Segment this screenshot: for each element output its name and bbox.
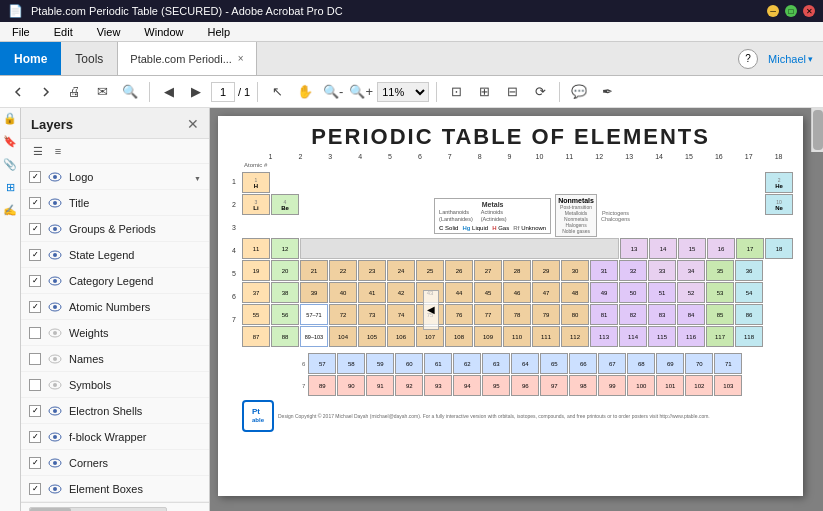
- layer-checkbox-6[interactable]: [29, 327, 41, 339]
- layer-item-atomic-numbers[interactable]: ✓Atomic Numbers: [21, 294, 209, 320]
- layer-checkbox-12[interactable]: ✓: [29, 483, 41, 495]
- layers-icon[interactable]: ⊞: [6, 181, 15, 194]
- zoom-select[interactable]: 11%: [377, 82, 429, 102]
- layer-checkbox-8[interactable]: [29, 379, 41, 391]
- tab-tools[interactable]: Tools: [61, 42, 118, 75]
- email-button[interactable]: ✉: [90, 80, 114, 104]
- layer-item-state-legend[interactable]: ✓State Legend: [21, 242, 209, 268]
- layer-checkbox-0[interactable]: ✓: [29, 171, 41, 183]
- el-28: 28: [503, 260, 531, 281]
- fit-page-button[interactable]: ⊡: [444, 80, 468, 104]
- vertical-scrollbar[interactable]: [811, 108, 823, 152]
- help-button[interactable]: ?: [738, 49, 758, 69]
- layer-name-text-2: Groups & Periods: [69, 223, 201, 235]
- state-solid: C Solid: [439, 225, 458, 231]
- layer-checkbox-10[interactable]: ✓: [29, 431, 41, 443]
- group-num-11: 11: [555, 153, 584, 160]
- layer-visibility-icon-6[interactable]: [47, 327, 63, 339]
- layer-visibility-icon-0[interactable]: [47, 171, 63, 183]
- layer-visibility-icon-7[interactable]: [47, 353, 63, 365]
- page-number-input[interactable]: 1: [211, 82, 235, 102]
- el-46: 46: [503, 282, 531, 303]
- el-50: 50: [619, 282, 647, 303]
- bottom-bar: Ptable Design Copyright © 2017 Michael D…: [242, 400, 793, 432]
- layer-checkbox-9[interactable]: ✓: [29, 405, 41, 417]
- rotate-button[interactable]: ⟳: [528, 80, 552, 104]
- layer-visibility-icon-3[interactable]: [47, 249, 63, 261]
- el-27: 27: [474, 260, 502, 281]
- layer-item-names[interactable]: Names: [21, 346, 209, 372]
- layer-checkbox-11[interactable]: ✓: [29, 457, 41, 469]
- menu-window[interactable]: Window: [140, 26, 187, 38]
- next-page-button[interactable]: ▶: [184, 80, 208, 104]
- minimize-button[interactable]: ─: [767, 5, 779, 17]
- layer-item-element-boxes[interactable]: ✓Element Boxes: [21, 476, 209, 502]
- back-button[interactable]: [6, 80, 30, 104]
- pan-tool-button[interactable]: ✋: [293, 80, 317, 104]
- zoom-out-button[interactable]: 🔍-: [321, 80, 345, 104]
- el-57-71: 57–71: [300, 304, 328, 325]
- menu-view[interactable]: View: [93, 26, 125, 38]
- layer-checkbox-7[interactable]: [29, 353, 41, 365]
- layers-list-icon[interactable]: ≡: [49, 142, 67, 160]
- layer-visibility-icon-12[interactable]: [47, 483, 63, 495]
- menu-edit[interactable]: Edit: [50, 26, 77, 38]
- layer-visibility-icon-2[interactable]: [47, 223, 63, 235]
- comment-button[interactable]: 💬: [567, 80, 591, 104]
- layer-visibility-icon-5[interactable]: [47, 301, 63, 313]
- layer-checkbox-4[interactable]: ✓: [29, 275, 41, 287]
- el-84: 84: [677, 304, 705, 325]
- layer-visibility-icon-9[interactable]: [47, 405, 63, 417]
- menu-file[interactable]: File: [8, 26, 34, 38]
- tab-doc-close[interactable]: ×: [238, 53, 244, 64]
- menu-help[interactable]: Help: [203, 26, 234, 38]
- el-101: 101: [656, 375, 684, 396]
- close-button[interactable]: ✕: [803, 5, 815, 17]
- select-tool-button[interactable]: ↖: [265, 80, 289, 104]
- layer-visibility-icon-11[interactable]: [47, 457, 63, 469]
- layer-checkbox-2[interactable]: ✓: [29, 223, 41, 235]
- layer-visibility-icon-4[interactable]: [47, 275, 63, 287]
- layer-checkbox-3[interactable]: ✓: [29, 249, 41, 261]
- layer-item-category-legend[interactable]: ✓Category Legend: [21, 268, 209, 294]
- forward-button[interactable]: [34, 80, 58, 104]
- tab-home[interactable]: Home: [0, 42, 61, 75]
- layer-item-f-block-wrapper[interactable]: ✓f-block Wrapper: [21, 424, 209, 450]
- layer-item-logo[interactable]: ✓Logo: [21, 164, 209, 190]
- main-area: 🔒 🔖 📎 ⊞ ✍ Layers ✕ ☰ ≡ ✓Logo✓Title✓Group…: [0, 108, 823, 511]
- signature-button[interactable]: ✒: [595, 80, 619, 104]
- period-2-row: 3Li 4Be Metals Lanthanoids (Lanthan: [242, 194, 793, 237]
- legend-row-1: Lanthanoids (Lanthanides) Actinoids (Act…: [439, 209, 546, 222]
- horizontal-scrollbar[interactable]: [29, 507, 167, 512]
- layer-item-weights[interactable]: Weights: [21, 320, 209, 346]
- layer-item-title[interactable]: ✓Title: [21, 190, 209, 216]
- layer-checkbox-5[interactable]: ✓: [29, 301, 41, 313]
- period-2-num: 2: [228, 193, 240, 215]
- el-58: 58: [337, 353, 365, 374]
- maximize-button[interactable]: □: [785, 5, 797, 17]
- period-1-num: 1: [228, 170, 240, 192]
- user-menu-button[interactable]: Michael ▾: [768, 53, 813, 65]
- layer-item-symbols[interactable]: Symbols: [21, 372, 209, 398]
- layers-panel-close-button[interactable]: ✕: [187, 116, 199, 132]
- tab-document[interactable]: Ptable.com Periodi... ×: [118, 42, 256, 75]
- layer-item-groups-&-periods[interactable]: ✓Groups & Periods: [21, 216, 209, 242]
- scroll-left-button[interactable]: ◀: [423, 290, 439, 330]
- layer-item-electron-shells[interactable]: ✓Electron Shells: [21, 398, 209, 424]
- fit-width-button[interactable]: ⊞: [472, 80, 496, 104]
- scrollbar-thumb[interactable]: [813, 110, 823, 150]
- el-42: 42: [387, 282, 415, 303]
- layer-expand-icon-0[interactable]: [194, 171, 201, 183]
- layer-visibility-icon-1[interactable]: [47, 197, 63, 209]
- layer-item-corners[interactable]: ✓Corners: [21, 450, 209, 476]
- layers-options-icon[interactable]: ☰: [29, 142, 47, 160]
- layer-visibility-icon-10[interactable]: [47, 431, 63, 443]
- layer-visibility-icon-8[interactable]: [47, 379, 63, 391]
- print-button[interactable]: 🖨: [62, 80, 86, 104]
- prev-page-button[interactable]: ◀: [157, 80, 181, 104]
- actual-size-button[interactable]: ⊟: [500, 80, 524, 104]
- zoom-in-button[interactable]: 🔍+: [349, 80, 373, 104]
- search-button[interactable]: 🔍: [118, 80, 142, 104]
- period-numbers-column: 1 2 3 4 5 6 7: [228, 170, 240, 432]
- layer-checkbox-1[interactable]: ✓: [29, 197, 41, 209]
